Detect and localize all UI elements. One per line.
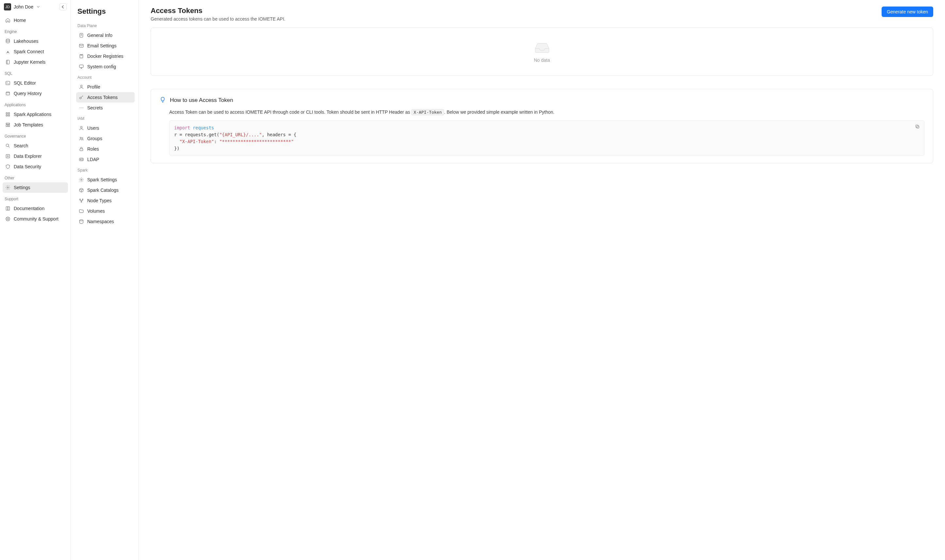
page-subtitle: Generated access tokens can be used to a… xyxy=(151,16,285,22)
svg-point-12 xyxy=(6,144,9,147)
lightbulb-icon xyxy=(160,96,166,104)
svg-rect-20 xyxy=(80,55,83,58)
nav-jupyter-kernels[interactable]: Jupyter Kernels xyxy=(3,57,68,67)
nav-label: Query History xyxy=(14,91,42,96)
empty-text: No data xyxy=(534,57,550,63)
svg-point-17 xyxy=(7,218,9,220)
nav-data-explorer[interactable]: Data Explorer xyxy=(3,151,68,162)
svg-point-14 xyxy=(7,155,9,157)
settings-email[interactable]: Email Settings xyxy=(76,40,135,51)
svg-rect-35 xyxy=(917,126,919,128)
settings-users[interactable]: Users xyxy=(76,123,135,133)
nav-label: Data Explorer xyxy=(14,154,42,159)
settings-namespaces[interactable]: Namespaces xyxy=(76,216,135,227)
settings-docker[interactable]: Docker Registries xyxy=(76,51,135,62)
help-title: How to use Access Token xyxy=(170,97,233,103)
settings-node-types[interactable]: Node Types xyxy=(76,195,135,206)
svg-rect-5 xyxy=(6,113,8,114)
svg-rect-4 xyxy=(6,92,10,95)
primary-sidebar: JD John Doe Home Engine Lakehouses Spark… xyxy=(0,0,71,560)
settings-item-label: Spark Catalogs xyxy=(87,188,119,193)
nav-data-security[interactable]: Data Security xyxy=(3,162,68,172)
svg-rect-28 xyxy=(79,158,83,161)
notebook-icon xyxy=(5,60,11,65)
settings-title: Settings xyxy=(76,7,135,20)
nav-label: Spark Applications xyxy=(14,112,51,117)
settings-sidebar: Settings Data Plane General Info Email S… xyxy=(71,0,139,560)
nav-home[interactable]: Home xyxy=(3,15,68,26)
settings-groups[interactable]: Groups xyxy=(76,133,135,144)
nav-label: Jupyter Kernels xyxy=(14,60,45,65)
home-icon xyxy=(5,18,11,23)
shield-icon xyxy=(5,164,11,169)
page-header: Access Tokens Generated access tokens ca… xyxy=(151,6,933,22)
nav-community-support[interactable]: Community & Support xyxy=(3,214,68,224)
settings-roles[interactable]: Roles xyxy=(76,144,135,154)
nav-label: Job Templates xyxy=(14,122,43,128)
nav-label: Settings xyxy=(14,185,31,190)
nav-job-templates[interactable]: Job Templates xyxy=(3,120,68,130)
settings-secrets[interactable]: Secrets xyxy=(76,103,135,113)
svg-point-1 xyxy=(8,51,8,52)
nav-spark-connect[interactable]: Spark Connect xyxy=(3,46,68,57)
settings-access-tokens[interactable]: Access Tokens xyxy=(76,92,135,103)
settings-spark-settings[interactable]: Spark Settings xyxy=(76,174,135,185)
svg-rect-11 xyxy=(8,125,9,126)
svg-point-22 xyxy=(80,85,82,87)
svg-rect-27 xyxy=(80,149,83,151)
settings-general-info[interactable]: General Info xyxy=(76,30,135,40)
settings-item-label: Spark Settings xyxy=(87,177,117,182)
nav-spark-applications[interactable]: Spark Applications xyxy=(3,109,68,120)
svg-point-33 xyxy=(81,202,82,203)
help-text-post: . Below we provided simple example writt… xyxy=(444,109,554,115)
svg-point-26 xyxy=(82,138,83,138)
database-icon xyxy=(5,38,11,44)
code-keyword: import xyxy=(174,125,190,130)
nav-label: SQL Editor xyxy=(14,80,36,86)
id-card-icon xyxy=(79,157,84,162)
nav-search[interactable]: Search xyxy=(3,140,68,151)
svg-point-25 xyxy=(80,137,82,138)
settings-item-label: Users xyxy=(87,125,99,131)
cube-icon xyxy=(79,188,84,193)
user-icon xyxy=(79,84,84,89)
code-text: : xyxy=(214,139,219,144)
svg-rect-3 xyxy=(6,82,10,85)
svg-rect-6 xyxy=(8,113,9,114)
generate-token-button[interactable]: Generate new token xyxy=(882,6,933,17)
code-text: r = requests.get( xyxy=(174,132,219,137)
nav-settings[interactable]: Settings xyxy=(3,182,68,193)
lock-icon xyxy=(79,146,84,152)
settings-system-config[interactable]: System config xyxy=(76,62,135,72)
nav-label: Spark Connect xyxy=(14,49,44,54)
svg-rect-19 xyxy=(79,44,83,47)
nav-section-engine: Engine xyxy=(3,26,68,36)
help-text-pre: Access Token can be used to access IOMET… xyxy=(169,109,411,115)
mail-icon xyxy=(79,43,84,48)
settings-item-label: General Info xyxy=(87,33,112,38)
nav-documentation[interactable]: Documentation xyxy=(3,203,68,214)
template-icon xyxy=(5,122,11,128)
settings-item-label: Roles xyxy=(87,146,99,152)
copy-code-button[interactable] xyxy=(914,123,921,130)
settings-spark-catalogs[interactable]: Spark Catalogs xyxy=(76,185,135,195)
settings-ldap[interactable]: LDAP xyxy=(76,154,135,165)
settings-item-label: Namespaces xyxy=(87,219,114,224)
code-text: , headers = { xyxy=(262,132,296,137)
history-icon xyxy=(5,91,11,96)
settings-group-spark: Spark xyxy=(76,165,135,174)
settings-volumes[interactable]: Volumes xyxy=(76,206,135,216)
nav-lakehouses[interactable]: Lakehouses xyxy=(3,36,68,46)
nav-query-history[interactable]: Query History xyxy=(3,88,68,98)
user-menu[interactable]: JD John Doe xyxy=(0,0,71,13)
svg-rect-7 xyxy=(6,115,8,116)
settings-group-data-plane: Data Plane xyxy=(76,20,135,30)
page-title: Access Tokens xyxy=(151,6,285,15)
svg-point-0 xyxy=(6,39,10,40)
nav-sql-editor[interactable]: SQL Editor xyxy=(3,78,68,88)
svg-point-32 xyxy=(82,199,83,200)
collapse-sidebar-button[interactable] xyxy=(60,3,67,11)
settings-profile[interactable]: Profile xyxy=(76,82,135,92)
nav-section-sql: SQL xyxy=(3,67,68,78)
user-name: John Doe xyxy=(14,4,33,9)
